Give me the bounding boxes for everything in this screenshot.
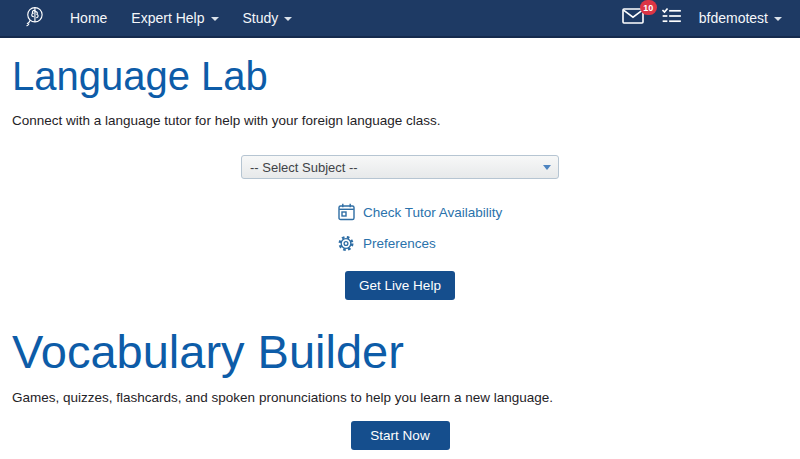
top-navbar: Home Expert Help Study 10: [0, 0, 800, 38]
brain-logo-icon: [24, 5, 45, 32]
vocabulary-builder-description: Games, quizzes, flashcards, and spoken p…: [12, 390, 800, 405]
calendar-icon: [337, 203, 355, 221]
vocabulary-builder-title: Vocabulary Builder: [12, 324, 800, 380]
language-lab-links: Check Tutor Availability Preferences: [337, 203, 502, 253]
nav-item-expert-help[interactable]: Expert Help: [120, 0, 229, 37]
language-lab-title: Language Lab: [12, 52, 800, 100]
messages-count-badge: 10: [640, 0, 657, 15]
brand-logo[interactable]: [24, 5, 45, 32]
gear-icon: [337, 234, 355, 253]
nav-item-study[interactable]: Study: [232, 0, 304, 37]
tasks-list-button[interactable]: [662, 8, 681, 28]
chevron-down-icon: [774, 17, 782, 21]
main-content: Language Lab Connect with a language tut…: [0, 38, 800, 450]
nav-item-label: Home: [70, 10, 107, 26]
start-now-button[interactable]: Start Now: [351, 421, 450, 450]
list-check-icon: [662, 8, 681, 28]
messages-button[interactable]: 10: [622, 8, 644, 28]
preferences-link[interactable]: Preferences: [337, 234, 502, 253]
chevron-down-icon: [284, 17, 292, 21]
link-label: Preferences: [363, 236, 436, 251]
chevron-down-icon: [211, 17, 219, 21]
nav-item-label: Expert Help: [131, 10, 204, 26]
user-menu[interactable]: bfdemotest: [699, 10, 782, 26]
subject-select[interactable]: -- Select Subject --: [241, 155, 559, 179]
username-label: bfdemotest: [699, 10, 768, 26]
language-lab-description: Connect with a language tutor for help w…: [12, 113, 800, 128]
link-label: Check Tutor Availability: [363, 205, 502, 220]
check-tutor-availability-link[interactable]: Check Tutor Availability: [337, 203, 502, 221]
nav-item-home[interactable]: Home: [59, 0, 118, 37]
subject-select-wrap: -- Select Subject --: [241, 155, 559, 179]
nav-item-label: Study: [243, 10, 279, 26]
get-live-help-button[interactable]: Get Live Help: [345, 271, 455, 300]
